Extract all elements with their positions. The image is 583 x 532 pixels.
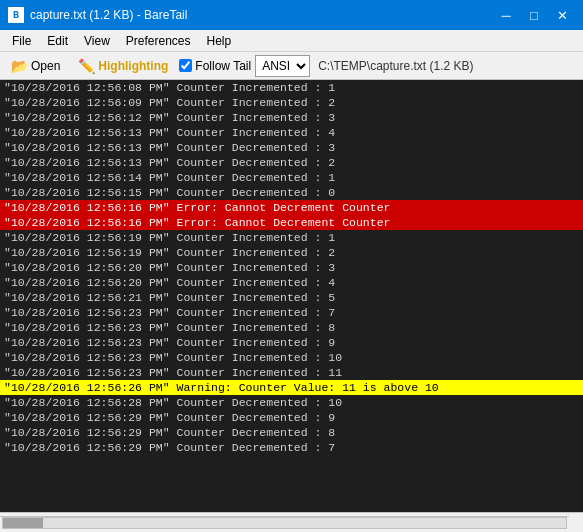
log-line: "10/28/2016 12:56:09 PM" Counter Increme…: [0, 95, 583, 110]
menu-bar: FileEditViewPreferencesHelp: [0, 30, 583, 52]
title-bar: B capture.txt (1.2 KB) - BareTail ─ □ ✕: [0, 0, 583, 30]
title-bar-left: B capture.txt (1.2 KB) - BareTail: [8, 7, 187, 23]
h-scroll-track: [2, 517, 567, 529]
log-line: "10/28/2016 12:56:19 PM" Counter Increme…: [0, 245, 583, 260]
log-line: "10/28/2016 12:56:19 PM" Counter Increme…: [0, 230, 583, 245]
log-line: "10/28/2016 12:56:13 PM" Counter Increme…: [0, 125, 583, 140]
window-controls: ─ □ ✕: [493, 5, 575, 25]
menu-item-file[interactable]: File: [4, 32, 39, 50]
log-line: "10/28/2016 12:56:23 PM" Counter Increme…: [0, 305, 583, 320]
open-button[interactable]: 📂 Open: [4, 55, 67, 77]
log-line: "10/28/2016 12:56:12 PM" Counter Increme…: [0, 110, 583, 125]
follow-tail-input[interactable]: [179, 59, 192, 72]
log-line: "10/28/2016 12:56:23 PM" Counter Increme…: [0, 335, 583, 350]
log-line: "10/28/2016 12:56:23 PM" Counter Increme…: [0, 365, 583, 380]
log-line: "10/28/2016 12:56:13 PM" Counter Decreme…: [0, 155, 583, 170]
menu-item-preferences[interactable]: Preferences: [118, 32, 199, 50]
menu-item-view[interactable]: View: [76, 32, 118, 50]
log-line: "10/28/2016 12:56:29 PM" Counter Decreme…: [0, 410, 583, 425]
app-icon: B: [8, 7, 24, 23]
highlight-icon: ✏️: [78, 58, 95, 74]
log-line: "10/28/2016 12:56:23 PM" Counter Increme…: [0, 350, 583, 365]
log-line: "10/28/2016 12:56:08 PM" Counter Increme…: [0, 80, 583, 95]
toolbar: 📂 Open ✏️ Highlighting Follow Tail ANSI …: [0, 52, 583, 80]
log-line: "10/28/2016 12:56:29 PM" Counter Decreme…: [0, 440, 583, 455]
ansi-select[interactable]: ANSI: [255, 55, 310, 77]
status-bar: [0, 512, 583, 532]
file-path-label: C:\TEMP\capture.txt (1.2 KB): [318, 59, 473, 73]
highlight-label: Highlighting: [98, 59, 168, 73]
log-line: "10/28/2016 12:56:21 PM" Counter Increme…: [0, 290, 583, 305]
minimize-button[interactable]: ─: [493, 5, 519, 25]
log-line: "10/28/2016 12:56:15 PM" Counter Decreme…: [0, 185, 583, 200]
follow-tail-label: Follow Tail: [195, 59, 251, 73]
log-line: "10/28/2016 12:56:28 PM" Counter Decreme…: [0, 395, 583, 410]
log-line: "10/28/2016 12:56:26 PM" Warning: Counte…: [0, 380, 583, 395]
open-icon: 📂: [11, 58, 28, 74]
highlighting-button[interactable]: ✏️ Highlighting: [71, 55, 175, 77]
window-title: capture.txt (1.2 KB) - BareTail: [30, 8, 187, 22]
maximize-button[interactable]: □: [521, 5, 547, 25]
log-line: "10/28/2016 12:56:20 PM" Counter Increme…: [0, 260, 583, 275]
close-button[interactable]: ✕: [549, 5, 575, 25]
size-grip: [569, 516, 583, 530]
menu-item-edit[interactable]: Edit: [39, 32, 76, 50]
log-line: "10/28/2016 12:56:23 PM" Counter Increme…: [0, 320, 583, 335]
log-scroll[interactable]: "10/28/2016 12:56:08 PM" Counter Increme…: [0, 80, 583, 512]
log-line: "10/28/2016 12:56:16 PM" Error: Cannot D…: [0, 200, 583, 215]
log-line: "10/28/2016 12:56:29 PM" Counter Decreme…: [0, 425, 583, 440]
menu-item-help[interactable]: Help: [199, 32, 240, 50]
h-scroll-thumb: [3, 518, 43, 528]
log-line: "10/28/2016 12:56:13 PM" Counter Decreme…: [0, 140, 583, 155]
follow-tail-checkbox[interactable]: Follow Tail: [179, 59, 251, 73]
log-line: "10/28/2016 12:56:16 PM" Error: Cannot D…: [0, 215, 583, 230]
log-line: "10/28/2016 12:56:20 PM" Counter Increme…: [0, 275, 583, 290]
log-line: "10/28/2016 12:56:14 PM" Counter Decreme…: [0, 170, 583, 185]
horizontal-scrollbar[interactable]: [0, 516, 569, 530]
log-container: "10/28/2016 12:56:08 PM" Counter Increme…: [0, 80, 583, 512]
open-label: Open: [31, 59, 60, 73]
